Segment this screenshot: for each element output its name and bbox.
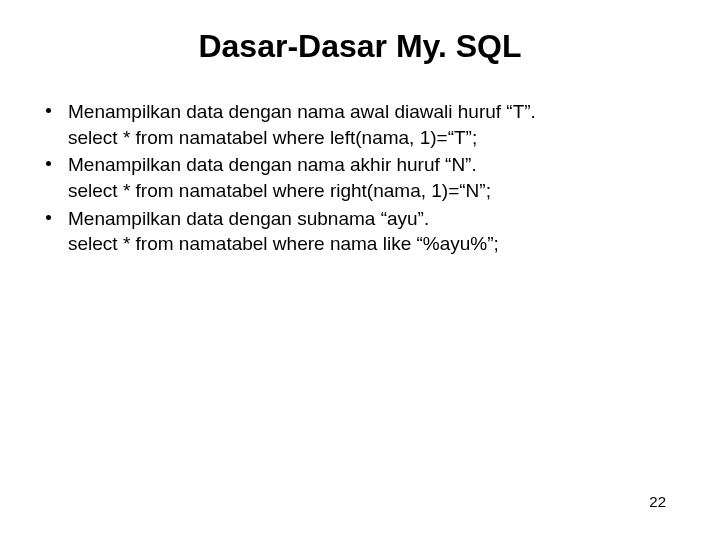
bullet-desc: Menampilkan data dengan subnama “ayu”. [68, 206, 680, 232]
list-item: Menampilkan data dengan nama akhir huruf… [68, 152, 680, 203]
bullet-desc: Menampilkan data dengan nama akhir huruf… [68, 152, 680, 178]
bullet-icon [46, 161, 51, 166]
list-item: Menampilkan data dengan nama awal diawal… [68, 99, 680, 150]
bullet-list: Menampilkan data dengan nama awal diawal… [40, 99, 680, 257]
page-number: 22 [649, 493, 666, 510]
bullet-icon [46, 108, 51, 113]
bullet-desc: Menampilkan data dengan nama awal diawal… [68, 99, 680, 125]
bullet-icon [46, 215, 51, 220]
bullet-sql: select * from namatabel where nama like … [68, 231, 680, 257]
list-item: Menampilkan data dengan subnama “ayu”. s… [68, 206, 680, 257]
slide-title: Dasar-Dasar My. SQL [40, 28, 680, 65]
bullet-sql: select * from namatabel where right(nama… [68, 178, 680, 204]
bullet-sql: select * from namatabel where left(nama,… [68, 125, 680, 151]
